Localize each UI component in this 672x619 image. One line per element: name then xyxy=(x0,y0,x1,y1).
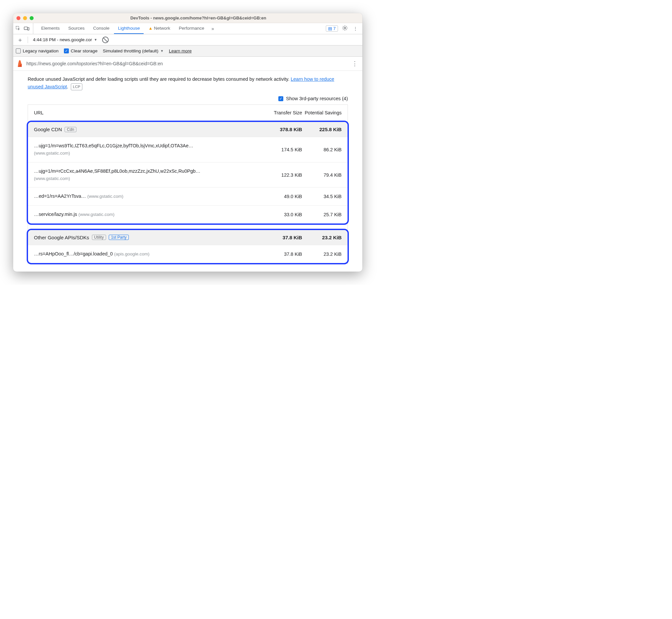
row-url: …ujg=1/m=ws9Tlc,IZT63,e5qFLc,O1Gjze,byfT… xyxy=(34,143,194,148)
report-selector-label: 4:44:18 PM - news.google.cor xyxy=(33,37,92,42)
row-host: (www.gstatic.com) xyxy=(34,176,70,181)
col-savings: Potential Savings xyxy=(302,110,342,115)
tab-label: Lighthouse xyxy=(118,26,140,31)
panel-tabs: ElementsSourcesConsoleLighthouse▲Network… xyxy=(37,23,208,34)
row-url-cell: …service/lazy.min.js (www.gstatic.com) xyxy=(34,211,263,218)
svg-rect-2 xyxy=(28,27,29,30)
tab-network[interactable]: ▲Network xyxy=(144,23,174,34)
row-host: (www.gstatic.com) xyxy=(87,194,124,199)
row-savings: 79.4 KiB xyxy=(302,173,342,178)
table-row[interactable]: …ujg=1/m=ws9Tlc,IZT63,e5qFLc,O1Gjze,byfT… xyxy=(28,137,348,162)
row-host: (apis.google.com) xyxy=(114,252,149,257)
row-transfer: 174.5 KiB xyxy=(263,147,302,152)
row-url-cell: …ujg=1/m=rCcCxc,a4N6Ae,SF88Ef,p8L0ob,mzz… xyxy=(34,168,263,182)
tab-lighthouse[interactable]: Lighthouse xyxy=(114,23,144,34)
legacy-navigation-label: Legacy navigation xyxy=(23,49,59,53)
inspect-element-icon[interactable] xyxy=(15,26,21,31)
new-report-button[interactable]: ＋ xyxy=(16,36,24,44)
tab-label: Network xyxy=(154,26,170,31)
row-url: …service/lazy.min.js xyxy=(34,212,77,217)
svg-rect-1 xyxy=(24,27,27,29)
learn-more-link[interactable]: Learn more xyxy=(169,49,192,53)
row-url-cell: …ujg=1/m=ws9Tlc,IZT63,e5qFLc,O1Gjze,byfT… xyxy=(34,142,263,157)
settings-gear-icon[interactable] xyxy=(341,24,349,33)
chevron-down-icon: ▼ xyxy=(94,38,97,42)
devtools-tabbar: ElementsSourcesConsoleLighthouse▲Network… xyxy=(13,23,362,34)
group-name-cell: Google CDNCdn xyxy=(34,127,263,132)
group-transfer: 378.8 KiB xyxy=(263,127,302,132)
col-transfer: Transfer Size xyxy=(263,110,302,115)
resource-group: Other Google APIs/SDKsUtility1st Party37… xyxy=(27,229,349,264)
row-url: …ed=1/rs=AA2YrTsva… xyxy=(34,194,86,199)
main-menu-kebab-icon[interactable]: ⋮ xyxy=(352,25,359,32)
table-row[interactable]: …ujg=1/m=rCcCxc,a4N6Ae,SF88Ef,p8L0ob,mzz… xyxy=(28,162,348,188)
group-transfer: 37.8 KiB xyxy=(263,235,302,240)
titlebar: DevTools - news.google.com/home?hl=en-GB… xyxy=(13,13,362,23)
group-tag: Cdn xyxy=(65,127,76,132)
show-third-party-label: Show 3rd-party resources (4) xyxy=(286,96,348,101)
table-row[interactable]: …rs=AHpOoo_fl…/cb=gapi.loaded_0 (apis.go… xyxy=(28,245,348,263)
group-tag: 1st Party xyxy=(109,235,129,240)
table-row[interactable]: …ed=1/rs=AA2YrTsva… (www.gstatic.com)49.… xyxy=(28,187,348,205)
row-url: …ujg=1/m=rCcCxc,a4N6Ae,SF88Ef,p8L0ob,mzz… xyxy=(34,168,200,174)
legacy-navigation-checkbox[interactable]: Legacy navigation xyxy=(16,49,59,53)
row-savings: 34.5 KiB xyxy=(302,194,342,199)
row-transfer: 37.8 KiB xyxy=(263,252,302,257)
row-savings: 23.2 KiB xyxy=(302,252,342,257)
clear-storage-label: Clear storage xyxy=(71,49,97,53)
report-url: https://news.google.com/topstories?hl=en… xyxy=(26,61,347,66)
throttling-select[interactable]: Simulated throttling (default) ▼ xyxy=(103,49,164,53)
window-controls xyxy=(16,16,33,20)
tab-elements[interactable]: Elements xyxy=(37,23,64,34)
window-title: DevTools - news.google.com/home?hl=en-GB… xyxy=(38,15,359,20)
group-name-cell: Other Google APIs/SDKsUtility1st Party xyxy=(34,235,263,240)
tab-label: Sources xyxy=(68,26,85,31)
svg-point-3 xyxy=(344,27,346,29)
row-host: (www.gstatic.com) xyxy=(34,151,70,155)
checkbox-icon: ✓ xyxy=(278,96,283,101)
throttling-label: Simulated throttling (default) xyxy=(103,49,158,53)
tab-console[interactable]: Console xyxy=(89,23,114,34)
group-name: Google CDN xyxy=(34,127,62,132)
lighthouse-subbar: ＋ 4:44:18 PM - news.google.cor ▼ xyxy=(13,34,362,46)
lcp-tag: LCP xyxy=(71,83,82,90)
table-row[interactable]: …service/lazy.min.js (www.gstatic.com)33… xyxy=(28,205,348,223)
tab-label: Elements xyxy=(41,26,60,31)
group-name: Other Google APIs/SDKs xyxy=(34,235,89,240)
desc-suffix: . xyxy=(67,84,68,89)
tab-performance[interactable]: Performance xyxy=(175,23,208,34)
group-savings: 23.2 KiB xyxy=(302,235,342,240)
devtools-window: DevTools - news.google.com/home?hl=en-GB… xyxy=(13,13,362,272)
svg-rect-4 xyxy=(19,61,21,62)
messages-icon: ▤ xyxy=(328,26,332,31)
row-url: …rs=AHpOoo_fl…/cb=gapi.loaded_0 xyxy=(34,251,113,257)
more-tabs-chevron-icon[interactable]: » xyxy=(210,26,216,31)
group-tag: Utility xyxy=(92,235,106,240)
row-transfer: 33.0 KiB xyxy=(263,212,302,217)
row-url-cell: …ed=1/rs=AA2YrTsva… (www.gstatic.com) xyxy=(34,193,263,200)
group-header[interactable]: Other Google APIs/SDKsUtility1st Party37… xyxy=(28,230,348,245)
close-window-button[interactable] xyxy=(16,16,20,20)
clear-storage-checkbox[interactable]: ✓ Clear storage xyxy=(64,49,97,53)
show-third-party-toggle[interactable]: ✓ Show 3rd-party resources (4) xyxy=(28,96,348,101)
clear-report-button[interactable] xyxy=(102,37,109,43)
table-header: URL Transfer Size Potential Savings xyxy=(28,105,348,121)
tab-label: Performance xyxy=(179,26,204,31)
report-url-bar: https://news.google.com/topstories?hl=en… xyxy=(13,57,362,71)
maximize-window-button[interactable] xyxy=(30,16,33,20)
audit-description: Reduce unused JavaScript and defer loadi… xyxy=(28,75,348,91)
lighthouse-icon xyxy=(16,60,23,68)
chevron-down-icon: ▼ xyxy=(160,49,164,53)
report-menu-kebab-icon[interactable]: ⋮ xyxy=(351,59,359,69)
desc-text: Reduce unused JavaScript and defer loadi… xyxy=(28,76,291,82)
report-selector[interactable]: 4:44:18 PM - news.google.cor ▼ xyxy=(31,36,99,43)
row-savings: 86.2 KiB xyxy=(302,147,342,152)
resources-table: URL Transfer Size Potential Savings Goog… xyxy=(28,105,348,264)
group-header[interactable]: Google CDNCdn378.8 KiB225.8 KiB xyxy=(28,122,348,137)
messages-count: 7 xyxy=(333,26,336,31)
console-messages-badge[interactable]: ▤ 7 xyxy=(326,25,338,31)
tab-sources[interactable]: Sources xyxy=(64,23,89,34)
lighthouse-options-bar: Legacy navigation ✓ Clear storage Simula… xyxy=(13,46,362,57)
minimize-window-button[interactable] xyxy=(23,16,27,20)
device-toolbar-icon[interactable] xyxy=(24,26,30,31)
